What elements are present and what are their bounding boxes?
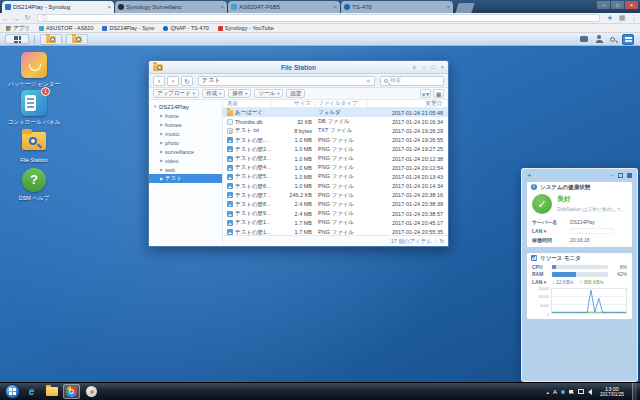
bookmark-item[interactable]: QNAP - TS-470: [163, 25, 208, 31]
file-row[interactable]: テストの壁7.png 246.2 KB PNG ファイル 2017-01-24 …: [223, 191, 448, 200]
grid-view-button[interactable]: ▦: [433, 89, 444, 98]
bookmark-item[interactable]: ASUSTOR - AS620: [39, 25, 94, 31]
browser-tab[interactable]: Synology Surveillanc ×: [115, 1, 227, 13]
tree-collapsed-icon[interactable]: ▶: [160, 122, 163, 127]
browser-minimize-button[interactable]: –: [597, 1, 610, 9]
network-icon[interactable]: [578, 389, 584, 394]
tray-app-icon[interactable]: [561, 390, 565, 394]
tree-item[interactable]: ▶ web: [149, 165, 222, 174]
tree-collapsed-icon[interactable]: ▶: [160, 176, 163, 181]
tab-close-icon[interactable]: ×: [333, 4, 337, 10]
toolbar-button[interactable]: 設定 ▾: [286, 89, 305, 98]
bookmark-item[interactable]: DS214Play - Syno: [102, 25, 154, 31]
tree-collapsed-icon[interactable]: ▶: [160, 131, 163, 136]
start-button[interactable]: [5, 384, 20, 399]
volume-icon[interactable]: [588, 389, 592, 395]
toolbar-button[interactable]: アップロード ▾: [153, 89, 199, 98]
bookmark-item[interactable]: Synology - YouTube: [218, 25, 274, 31]
desktop-icon[interactable]: 1 コントロール パネル: [2, 90, 66, 126]
path-field[interactable]: ★: [198, 76, 375, 86]
file-row[interactable]: Thumbs.db 32 KB DB ファイル 2017-01-24 20:16…: [223, 117, 448, 126]
file-row[interactable]: あーぱーぐ フォルダ 2017-01-24 21:05:48: [223, 108, 448, 117]
action-center-flag-icon[interactable]: [569, 390, 574, 394]
toolbar-button[interactable]: ツール ▾: [254, 89, 283, 98]
browser-forward-button[interactable]: →: [11, 15, 22, 22]
nav-refresh-button[interactable]: ↻: [181, 76, 193, 86]
tree-root-item[interactable]: ▼ DS214Play: [149, 102, 222, 111]
taskbar-app-file-station-2[interactable]: [66, 34, 88, 45]
tree-item[interactable]: ▶ music: [149, 129, 222, 138]
tree-collapsed-icon[interactable]: ▶: [160, 158, 163, 163]
page-info-icon[interactable]: ⓘ: [41, 14, 47, 23]
tree-expanded-icon[interactable]: ▼: [153, 104, 157, 109]
browser-tab[interactable]: AS6204T-F6B5 ×: [228, 1, 340, 13]
file-row[interactable]: テストの壁10.png 1.7 MB PNG ファイル 2017-01-24 2…: [223, 218, 448, 227]
ime-language-icon[interactable]: A: [553, 389, 557, 395]
column-header-name[interactable]: 名前: [223, 100, 272, 107]
file-row[interactable]: テストの壁6.png 1.0 MB PNG ファイル 2017-01-24 20…: [223, 182, 448, 191]
resource-monitor-header[interactable]: リソース モニタ: [527, 253, 632, 263]
search-icon[interactable]: [610, 37, 615, 42]
tree-item[interactable]: ▶ テスト: [149, 174, 222, 183]
system-health-header[interactable]: i システムの健康状態: [527, 182, 632, 192]
browser-back-button[interactable]: ←: [0, 15, 11, 22]
lan-speed-label[interactable]: LAN ▾: [532, 279, 552, 285]
file-row[interactable]: テストの壁2.png 1.0 MB PNG ファイル 2017-01-24 19…: [223, 145, 448, 154]
file-station-titlebar[interactable]: File Station ∧ – □ ×: [149, 61, 448, 74]
tree-item[interactable]: ▶ video: [149, 156, 222, 165]
tray-expand-icon[interactable]: ▴: [546, 389, 549, 395]
tree-item[interactable]: ▶ homes: [149, 120, 222, 129]
browser-close-button[interactable]: ×: [625, 1, 638, 9]
tree-item[interactable]: ▶ surveillance: [149, 147, 222, 156]
taskbar-internet-explorer[interactable]: e: [23, 384, 40, 399]
url-input[interactable]: [50, 15, 596, 21]
refresh-icon[interactable]: ↻: [439, 238, 444, 244]
show-desktop-button[interactable]: [632, 383, 637, 400]
file-row[interactable]: テストの壁11.png 1.7 MB PNG ファイル 2017-01-24 2…: [223, 227, 448, 235]
collapse-panel-icon[interactable]: −: [610, 172, 614, 178]
taskbar-app-file-station-1[interactable]: [40, 34, 62, 45]
desktop-icon[interactable]: File Station: [2, 128, 66, 164]
file-row[interactable]: テストの壁5.png 1.0 MB PNG ファイル 2017-01-24 20…: [223, 172, 448, 181]
tab-close-icon[interactable]: ×: [107, 4, 111, 10]
extensions-icon[interactable]: ▦: [616, 14, 628, 22]
bookmark-star-icon[interactable]: ★: [604, 14, 616, 22]
tree-collapsed-icon[interactable]: ▶: [160, 113, 163, 118]
close-icon[interactable]: ×: [441, 64, 444, 70]
toolbar-button[interactable]: 作成 ▾: [202, 89, 225, 98]
taskbar-media-player[interactable]: [83, 384, 100, 399]
bookmark-item[interactable]: アプリ: [6, 25, 30, 32]
tab-close-icon[interactable]: ×: [446, 4, 450, 10]
file-row[interactable]: テスト.txt 8 bytes TXT ファイル 2017-01-24 19:2…: [223, 126, 448, 135]
file-row[interactable]: テストの壁.png 1.0 MB PNG ファイル 2017-01-24 19:…: [223, 136, 448, 145]
maximize-icon[interactable]: □: [431, 64, 434, 70]
desktop-icon[interactable]: ? DSM ヘルプ: [2, 168, 66, 202]
tree-item[interactable]: ▶ photo: [149, 138, 222, 147]
address-bar[interactable]: ⓘ: [37, 14, 600, 22]
column-header-type[interactable]: ファイルタイプ: [316, 100, 368, 107]
tree-collapsed-icon[interactable]: ▶: [160, 140, 163, 145]
tree-collapsed-icon[interactable]: ▶: [160, 167, 163, 172]
desktop-icon[interactable]: パッケージ センター: [2, 52, 66, 88]
file-row[interactable]: テストの壁9.png 2.4 MB PNG ファイル 2017-01-24 20…: [223, 209, 448, 218]
user-options-icon[interactable]: [595, 35, 603, 43]
tree-collapsed-icon[interactable]: ▶: [160, 149, 163, 154]
tab-close-icon[interactable]: ×: [220, 4, 224, 10]
dsm-main-menu-button[interactable]: [5, 34, 29, 44]
column-header-size[interactable]: サイズ: [272, 100, 316, 107]
add-widget-button[interactable]: +: [527, 171, 532, 180]
browser-reload-button[interactable]: ↻: [22, 14, 33, 22]
favorite-star-icon[interactable]: ★: [366, 77, 371, 84]
taskbar-file-explorer[interactable]: [43, 384, 60, 399]
minimize-icon[interactable]: –: [422, 64, 425, 70]
browser-maximize-button[interactable]: □: [611, 1, 624, 9]
lan-label[interactable]: LAN ▾: [532, 228, 570, 234]
taskbar-clock[interactable]: 13:00 2017/01/25: [596, 386, 628, 398]
taskbar-chrome[interactable]: [63, 384, 80, 399]
new-tab-button[interactable]: [455, 3, 474, 13]
browser-tab[interactable]: TS-470 ×: [341, 1, 453, 13]
file-row[interactable]: テストの壁8.png 2.4 MB PNG ファイル 2017-01-24 20…: [223, 200, 448, 209]
browser-menu-icon[interactable]: ⋮: [628, 14, 640, 22]
browser-tab[interactable]: DS214Play - Synolog ×: [2, 1, 114, 13]
path-input[interactable]: [202, 78, 366, 84]
